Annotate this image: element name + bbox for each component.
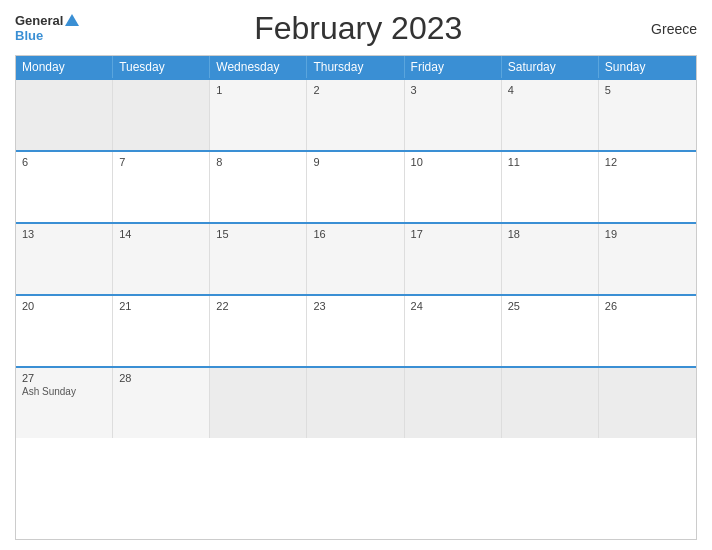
day-number: 27 xyxy=(22,372,106,384)
day-number: 24 xyxy=(411,300,495,312)
day-cell: 7 xyxy=(113,152,210,222)
day-header-monday: Monday xyxy=(16,56,113,78)
day-cell: 22 xyxy=(210,296,307,366)
week-row-2: 6789101112 xyxy=(16,150,696,222)
day-cell xyxy=(210,368,307,438)
day-cell: 6 xyxy=(16,152,113,222)
day-cell: 4 xyxy=(502,80,599,150)
day-number: 9 xyxy=(313,156,397,168)
day-cell xyxy=(113,80,210,150)
day-number: 23 xyxy=(313,300,397,312)
day-number: 4 xyxy=(508,84,592,96)
calendar-page: General Blue February 2023 Greece Monday… xyxy=(0,0,712,550)
day-cell xyxy=(405,368,502,438)
calendar-grid: MondayTuesdayWednesdayThursdayFridaySatu… xyxy=(15,55,697,540)
day-number: 1 xyxy=(216,84,300,96)
day-cell xyxy=(307,368,404,438)
logo-triangle-icon xyxy=(65,14,79,26)
day-cell: 11 xyxy=(502,152,599,222)
day-header-wednesday: Wednesday xyxy=(210,56,307,78)
country-label: Greece xyxy=(637,21,697,37)
day-number: 2 xyxy=(313,84,397,96)
day-header-friday: Friday xyxy=(405,56,502,78)
calendar-header: General Blue February 2023 Greece xyxy=(15,10,697,47)
day-cell: 9 xyxy=(307,152,404,222)
calendar-weeks: 1234567891011121314151617181920212223242… xyxy=(16,78,696,438)
day-number: 25 xyxy=(508,300,592,312)
day-cell: 23 xyxy=(307,296,404,366)
day-cell: 3 xyxy=(405,80,502,150)
day-cell xyxy=(599,368,696,438)
day-header-sunday: Sunday xyxy=(599,56,696,78)
day-cell: 24 xyxy=(405,296,502,366)
day-number: 16 xyxy=(313,228,397,240)
day-number: 5 xyxy=(605,84,690,96)
logo-general-text: General xyxy=(15,14,63,28)
logo: General Blue xyxy=(15,14,79,43)
day-cell: 12 xyxy=(599,152,696,222)
day-cell: 13 xyxy=(16,224,113,294)
day-number: 11 xyxy=(508,156,592,168)
day-number: 19 xyxy=(605,228,690,240)
day-cell: 20 xyxy=(16,296,113,366)
day-cell: 27Ash Sunday xyxy=(16,368,113,438)
week-row-5: 27Ash Sunday28 xyxy=(16,366,696,438)
page-title: February 2023 xyxy=(79,10,637,47)
day-number: 7 xyxy=(119,156,203,168)
day-header-tuesday: Tuesday xyxy=(113,56,210,78)
day-header-thursday: Thursday xyxy=(307,56,404,78)
day-number: 15 xyxy=(216,228,300,240)
logo-blue-text: Blue xyxy=(15,29,79,43)
day-cell: 25 xyxy=(502,296,599,366)
day-number: 8 xyxy=(216,156,300,168)
day-number: 13 xyxy=(22,228,106,240)
day-number: 3 xyxy=(411,84,495,96)
day-cell: 16 xyxy=(307,224,404,294)
day-number: 28 xyxy=(119,372,203,384)
day-number: 26 xyxy=(605,300,690,312)
day-number: 20 xyxy=(22,300,106,312)
day-cell: 15 xyxy=(210,224,307,294)
day-cell: 8 xyxy=(210,152,307,222)
day-cell: 17 xyxy=(405,224,502,294)
day-headers-row: MondayTuesdayWednesdayThursdayFridaySatu… xyxy=(16,56,696,78)
day-number: 10 xyxy=(411,156,495,168)
day-number: 17 xyxy=(411,228,495,240)
day-cell: 18 xyxy=(502,224,599,294)
day-number: 18 xyxy=(508,228,592,240)
day-number: 12 xyxy=(605,156,690,168)
week-row-4: 20212223242526 xyxy=(16,294,696,366)
day-cell xyxy=(16,80,113,150)
day-event: Ash Sunday xyxy=(22,386,106,397)
day-number: 6 xyxy=(22,156,106,168)
day-cell: 28 xyxy=(113,368,210,438)
day-cell: 10 xyxy=(405,152,502,222)
day-cell: 14 xyxy=(113,224,210,294)
week-row-1: 12345 xyxy=(16,78,696,150)
week-row-3: 13141516171819 xyxy=(16,222,696,294)
day-cell: 5 xyxy=(599,80,696,150)
day-header-saturday: Saturday xyxy=(502,56,599,78)
day-cell xyxy=(502,368,599,438)
day-cell: 21 xyxy=(113,296,210,366)
day-number: 21 xyxy=(119,300,203,312)
day-number: 14 xyxy=(119,228,203,240)
day-number: 22 xyxy=(216,300,300,312)
day-cell: 26 xyxy=(599,296,696,366)
day-cell: 19 xyxy=(599,224,696,294)
day-cell: 1 xyxy=(210,80,307,150)
day-cell: 2 xyxy=(307,80,404,150)
